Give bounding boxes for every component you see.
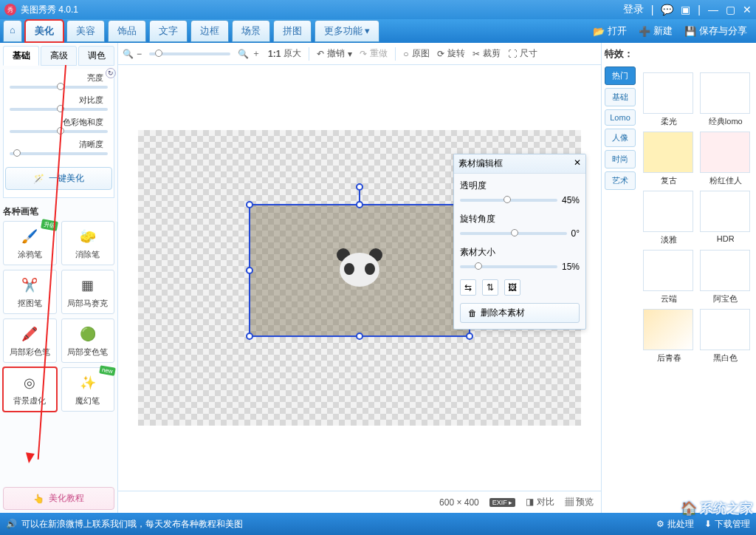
handle-bm[interactable] [356,333,363,340]
redo-button[interactable]: ↷重做 [360,47,388,60]
onekey-beautify-button[interactable]: 🪄 一键美化 [5,167,112,190]
handle-tm[interactable] [356,201,363,208]
brush-cutout[interactable]: ✂️抠图笔 [3,270,57,314]
colorpen-icon: 🖍️ [19,324,40,344]
canvas-stage[interactable]: 素材编辑框 ✕ 透明度 45% 旋转角度 0° 素材大小 15% [118,65,601,491]
eraser-icon: 🧽 [78,226,98,247]
effects-grid: 柔光 经典lomo 复古 粉红佳人 淡雅 HDR 云端 阿宝色 后青春 黑白色 [639,43,756,513]
brush-colorpen[interactable]: 🖍️局部彩色笔 [3,318,57,363]
canvas-dims: 600 × 400 [439,497,479,508]
zoom-in-button[interactable]: 🔍＋ [238,47,261,60]
brush-bgblur[interactable]: ◎背景虚化 [3,367,57,412]
fx-cat-basic[interactable]: 基础 [605,88,636,106]
save-icon: 💾 [684,26,696,37]
fx-item[interactable]: HDR [700,191,752,245]
fx-item[interactable]: 复古 [643,132,695,186]
material-edit-panel: 素材编辑框 ✕ 透明度 45% 旋转角度 0° 素材大小 15% [453,154,586,330]
original-button[interactable]: ○原图 [403,47,429,60]
tab-home[interactable]: ⌂ [3,20,22,42]
tab-collage[interactable]: 拼图 [273,20,312,42]
zoom-11-button[interactable]: 1:1原大 [268,47,301,60]
brightness-slider[interactable] [10,86,108,89]
save-button[interactable]: 💾保存与分享 [684,24,747,38]
size-slider[interactable] [460,265,557,268]
app-logo-icon: 秀 [4,4,16,16]
panel-close-icon[interactable]: ✕ [574,157,581,170]
fx-item[interactable]: 黑白色 [700,309,752,364]
fx-cat-portrait[interactable]: 人像 [605,129,636,147]
flip-v-button[interactable]: ⇅ [482,279,498,296]
tab-decor[interactable]: 饰品 [108,20,146,42]
sep: | [651,4,654,16]
download-manager-link[interactable]: ⬇下载管理 [704,518,750,531]
cutout-icon: ✂️ [19,275,40,296]
compare-button[interactable]: ◨ 对比 [526,496,554,508]
sliders-panel: 亮度 对比度 色彩饱和度 清晰度 🪄 一键美化 [3,69,114,198]
beautify-guide-link[interactable]: 👆 美化教程 [3,487,114,510]
skin-icon[interactable]: ▣ [681,4,690,16]
crop-button[interactable]: ✂裁剪 [472,47,501,60]
saturation-slider[interactable] [10,130,108,133]
handle-ml[interactable] [246,267,253,274]
opacity-slider[interactable] [460,199,557,202]
tab-text[interactable]: 文字 [149,20,188,42]
feedback-icon[interactable]: 💬 [661,4,673,16]
rotate-handle[interactable] [356,183,363,191]
handle-br[interactable] [466,333,473,340]
minimize-icon[interactable]: — [708,4,718,16]
brush-magic[interactable]: new✨魔幻笔 [61,367,115,412]
contrast-slider[interactable] [10,108,108,111]
fx-item[interactable]: 经典lomo [700,72,752,127]
brush-eraser[interactable]: 🧽消除笔 [61,221,115,265]
fx-cat-hot[interactable]: 热门 [605,67,636,85]
batch-link[interactable]: ⚙批处理 [656,518,694,531]
handle-bl[interactable] [246,333,253,340]
fx-item[interactable]: 后青春 [643,309,695,364]
adjust-tab-basic[interactable]: 基础 [3,46,39,66]
brush-recolor[interactable]: 🟢局部变色笔 [61,318,115,363]
zoom-slider[interactable] [149,52,230,55]
brush-doodle[interactable]: 升级🖌️涂鸦笔 [3,221,57,265]
tab-scene[interactable]: 场景 [232,20,270,42]
tab-beautify[interactable]: 美化 [25,20,63,42]
fx-item[interactable]: 云端 [643,250,695,304]
plus-icon: ➕ [639,26,650,37]
material-image[interactable] [334,248,385,293]
reset-icon[interactable]: ↻ [106,68,116,78]
folder-icon: 📂 [593,26,605,37]
brushes-title: 各种画笔 [3,205,114,218]
sharpness-slider[interactable] [10,152,108,155]
close-icon[interactable]: ✕ [743,4,752,16]
flip-h-button[interactable]: ⇆ [460,279,476,296]
undo-button[interactable]: ↶撤销▾ [317,47,352,60]
resize-button[interactable]: ⛶尺寸 [508,47,537,60]
annotation-arrow-head [24,452,35,464]
adjust-tab-advanced[interactable]: 高级 [41,46,77,66]
open-button[interactable]: 📂打开 [593,24,627,38]
login-link[interactable]: 登录 [623,3,644,16]
tab-face[interactable]: 美容 [66,20,105,42]
delete-material-button[interactable]: 🗑 删除本素材 [460,303,580,323]
new-button[interactable]: ➕新建 [639,24,673,38]
brush-mosaic[interactable]: ▦局部马赛克 [61,270,115,314]
fx-item[interactable]: 柔光 [643,72,695,127]
rotate-slider[interactable] [460,232,567,235]
replace-button[interactable]: 🖼 [504,279,520,296]
fx-cat-fashion[interactable]: 时尚 [605,150,636,168]
fx-item[interactable]: 粉红佳人 [700,132,752,186]
fx-item[interactable]: 淡雅 [643,191,695,245]
tab-frame[interactable]: 边框 [190,20,229,42]
fx-cat-lomo[interactable]: Lomo [605,109,636,126]
handle-tl[interactable] [246,201,253,208]
preview-button[interactable]: ▦ 预览 [565,496,594,508]
zoom-out-button[interactable]: 🔍− [123,49,142,59]
maximize-icon[interactable]: ▢ [726,4,735,16]
adjust-tab-color[interactable]: 调色 [78,46,114,66]
selection-box[interactable] [249,204,470,337]
rotate-button[interactable]: ⟳旋转 [437,47,465,60]
exif-button[interactable]: EXIF ▸ [489,498,516,507]
fx-cat-art[interactable]: 艺术 [605,171,636,190]
tab-more[interactable]: 更多功能 ▾ [315,20,380,42]
titlebar: 秀 美图秀秀 4.0.1 登录 | 💬 ▣ | — ▢ ✕ [0,0,756,19]
fx-item[interactable]: 阿宝色 [700,250,752,304]
